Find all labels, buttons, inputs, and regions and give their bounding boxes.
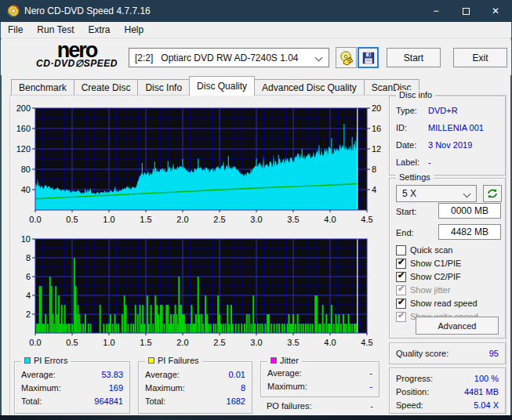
checkbox-show-c1-pie[interactable]: ✔Show C1/PIE [396, 258, 461, 269]
jitter-maximum: - [369, 382, 372, 391]
settings-group: Settings 5 X Start: End: Quick scan ✔Sho… [389, 178, 506, 339]
minimize-button[interactable]: − [421, 0, 451, 22]
tab-benchmark[interactable]: Benchmark [11, 79, 74, 96]
disc-hand-icon [339, 50, 354, 66]
svg-text:10: 10 [21, 234, 31, 244]
pi-failures-legend-icon [148, 357, 154, 364]
tab-bar: Benchmark Create Disc Disc Info Disc Qua… [11, 78, 419, 96]
svg-text:2: 2 [26, 310, 31, 319]
tab-disc-quality[interactable]: Disc Quality [189, 76, 255, 96]
exit-button[interactable]: Exit [453, 48, 507, 67]
svg-text:4: 4 [372, 185, 376, 194]
svg-text:200: 200 [16, 103, 31, 113]
svg-text:4.0: 4.0 [324, 338, 336, 347]
disc-date-label: Date: [396, 140, 416, 150]
svg-text:6: 6 [26, 272, 31, 281]
menu-run-test[interactable]: Run Test [30, 23, 81, 37]
start-position-label: Start: [396, 207, 416, 216]
advanced-button[interactable]: Advanced [416, 317, 499, 335]
svg-text:80: 80 [21, 165, 31, 174]
title-bar: Nero CD-DVD Speed 4.7.7.16 − ✕ [0, 0, 512, 22]
pi-errors-title: PI Errors [34, 356, 67, 365]
menu-file[interactable]: File [1, 23, 30, 37]
pi-errors-chart: 4080120160200481216200.00.51.01.52.02.53… [14, 102, 384, 229]
speed-selector[interactable]: 5 X [396, 185, 477, 202]
svg-text:3.0: 3.0 [250, 338, 262, 347]
disc-info-group: Disc info Type:DVD+R ID:MILLENIA 001 Dat… [389, 96, 506, 176]
start-position-field[interactable] [438, 203, 501, 219]
save-button[interactable] [358, 47, 379, 68]
pi-errors-legend-icon [24, 357, 31, 364]
tab-advanced-disc-quality[interactable]: Advanced Disc Quality [254, 79, 365, 96]
svg-text:0.0: 0.0 [29, 215, 41, 224]
pi-failures-maximum: 8 [241, 383, 245, 393]
pi-failures-stats-box: PI Failures Average:0.01 Maximum:8 Total… [138, 361, 252, 414]
nero-logo: nero CD·DVD∅SPEED [29, 42, 125, 69]
menu-help[interactable]: Help [118, 23, 151, 37]
tab-disc-info[interactable]: Disc Info [137, 79, 190, 96]
svg-text:3.5: 3.5 [287, 338, 299, 347]
end-position-field[interactable] [438, 224, 501, 240]
window-title: Nero CD-DVD Speed 4.7.7.16 [24, 5, 151, 16]
disc-id-value: MILLENIA 001 [428, 123, 484, 132]
refresh-icon [486, 187, 499, 200]
end-position-label: End: [396, 228, 414, 237]
disc-id-label: ID: [396, 123, 407, 132]
svg-text:2.5: 2.5 [213, 215, 225, 224]
disc-label-value: - [428, 158, 431, 167]
checkbox-icon: ✔ [396, 299, 406, 309]
checkbox-show-read-speed[interactable]: ✔Show read speed [396, 298, 478, 309]
svg-text:0.0: 0.0 [29, 338, 41, 347]
svg-text:3.5: 3.5 [287, 215, 299, 224]
maximize-icon [463, 8, 470, 15]
close-button[interactable]: ✕ [481, 0, 510, 22]
chevron-down-icon [315, 54, 323, 62]
pi-failures-chart: 2468100.00.51.01.52.02.53.03.54.04.5 [14, 232, 384, 351]
menu-bar: File Run Test Extra Help [1, 22, 511, 38]
svg-text:4: 4 [26, 291, 31, 300]
svg-text:16: 16 [372, 124, 381, 133]
position-value: 4481 MB [464, 387, 499, 396]
checkbox-icon [396, 245, 406, 255]
refresh-button[interactable] [483, 185, 502, 202]
jitter-legend-icon [271, 357, 277, 364]
checkbox-icon: ✔ [396, 259, 406, 269]
svg-text:1.5: 1.5 [140, 215, 151, 224]
svg-text:2.0: 2.0 [176, 338, 188, 347]
po-failures-label: PO failures: [267, 401, 311, 411]
checkbox-icon: ✔ [396, 285, 406, 295]
progress-label: Progress: [396, 374, 433, 383]
pi-errors-stats-box: PI Errors Average:53.83 Maximum:169 Tota… [14, 361, 130, 414]
jitter-average: - [369, 368, 372, 378]
disc-date-value: 3 Nov 2019 [428, 140, 472, 150]
svg-text:8: 8 [372, 165, 376, 174]
disc-type-label: Type: [396, 106, 417, 115]
tab-create-disc[interactable]: Create Disc [74, 79, 139, 96]
menu-extra[interactable]: Extra [81, 23, 117, 37]
eject-disc-button[interactable] [336, 47, 357, 68]
pi-errors-average: 53.83 [101, 370, 123, 379]
start-button[interactable]: Start [387, 48, 441, 67]
position-label: Position: [396, 387, 429, 396]
window-bottom-edge [0, 415, 512, 420]
svg-text:1.0: 1.0 [103, 338, 114, 347]
po-failures-value: - [370, 401, 373, 411]
chevron-down-icon [463, 190, 471, 198]
svg-text:160: 160 [16, 124, 31, 133]
checkbox-quick-scan[interactable]: Quick scan [396, 244, 452, 255]
checkbox-show-jitter: ✔Show jitter [396, 284, 450, 295]
disc-info-title: Disc info [396, 90, 435, 100]
quality-score-box: Quality score:95 [389, 342, 506, 364]
checkbox-show-c2-pif[interactable]: ✔Show C2/PIF [396, 271, 461, 282]
svg-text:4.0: 4.0 [324, 215, 336, 224]
svg-text:4.5: 4.5 [361, 215, 372, 224]
svg-text:20: 20 [372, 103, 381, 113]
pi-errors-total: 964841 [94, 396, 123, 406]
maximize-button[interactable] [451, 0, 481, 22]
disc-type-value: DVD+R [428, 106, 458, 115]
svg-text:120: 120 [16, 144, 31, 154]
svg-text:0.5: 0.5 [66, 215, 78, 224]
drive-selector[interactable]: [2:2] Optiarc DVD RW AD-7240S 1.04 [129, 48, 329, 67]
checkbox-icon: ✔ [396, 312, 406, 322]
svg-text:1.0: 1.0 [103, 215, 114, 224]
